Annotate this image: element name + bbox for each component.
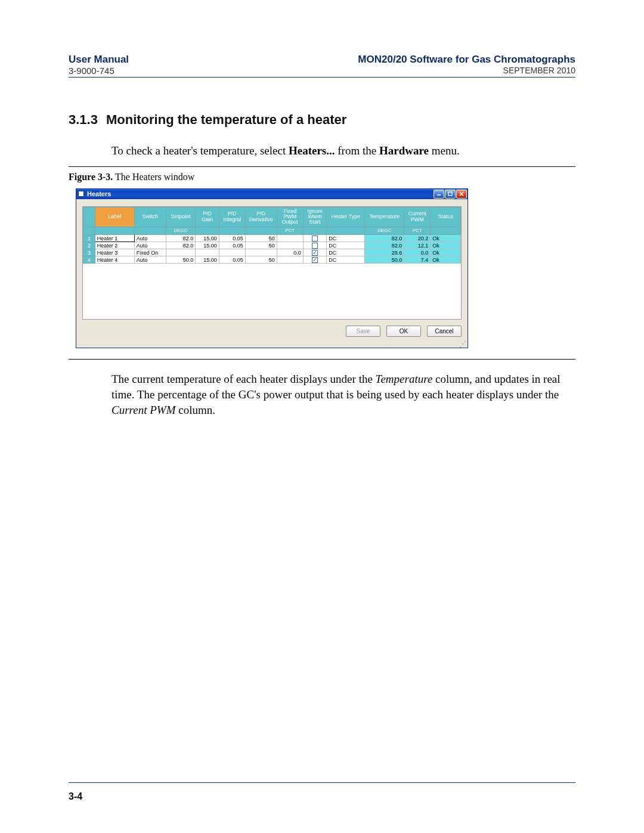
col-status[interactable]: Status xyxy=(431,207,461,227)
cell-ignore-warm[interactable] xyxy=(303,249,327,256)
cell-heater-type[interactable]: DC xyxy=(327,249,365,256)
heaters-grid[interactable]: Label Switch Setpoint PID Gain PID Integ… xyxy=(82,206,462,320)
figure-label: Figure 3-3. The Heaters window xyxy=(69,172,575,182)
cell-switch[interactable]: Auto xyxy=(134,242,166,249)
header-doc-number: 3-9000-745 xyxy=(69,66,129,76)
col-label[interactable]: Label xyxy=(95,207,134,227)
section-number: 3.1.3 xyxy=(69,112,98,127)
grid-units-row: DEGC PCT DEGC PCT xyxy=(83,227,461,234)
col-fixed-pwm[interactable]: Fixed PWM Output xyxy=(277,207,303,227)
checkbox-icon[interactable] xyxy=(312,243,318,249)
col-setpoint[interactable]: Setpoint xyxy=(166,207,196,227)
cancel-button[interactable]: Cancel xyxy=(427,326,462,337)
header-date: SEPTEMBER 2010 xyxy=(358,66,575,75)
section-title: Monitoring the temperature of a heater xyxy=(106,112,346,127)
ok-button[interactable]: OK xyxy=(386,326,421,337)
cell-heater-type[interactable]: DC xyxy=(327,242,365,249)
table-row[interactable]: 3Heater 3Fixed On0.0DC28.60.0Ok xyxy=(83,249,461,256)
col-temperature[interactable]: Temperature xyxy=(365,207,404,227)
cell-label[interactable]: Heater 4 xyxy=(95,256,134,264)
col-pid-derivative[interactable]: PID Derivative xyxy=(245,207,277,227)
col-heater-type[interactable]: Heater Type xyxy=(327,207,365,227)
col-ignore-warm[interactable]: Ignore Warm Start xyxy=(303,207,327,227)
cell-temperature[interactable]: 50.0 xyxy=(365,256,404,264)
table-row[interactable]: 1Heater 1Auto82.015.000.0550DC82.020.2Ok xyxy=(83,235,461,242)
cell-label[interactable]: Heater 2 xyxy=(95,242,134,249)
cell-gain[interactable] xyxy=(196,249,219,256)
minimize-button[interactable] xyxy=(434,190,444,199)
cell-ignore-warm[interactable] xyxy=(303,235,327,242)
col-switch[interactable]: Switch xyxy=(134,207,166,227)
col-pid-integral[interactable]: PID Integral xyxy=(219,207,245,227)
cell-label[interactable]: Heater 1 xyxy=(95,235,134,242)
divider-top xyxy=(69,166,575,167)
cell-gain[interactable]: 15.00 xyxy=(196,235,219,242)
cell-status[interactable]: Ok xyxy=(431,242,461,249)
cell-gain[interactable]: 15.00 xyxy=(196,242,219,249)
cell-integral[interactable]: 0.05 xyxy=(219,235,245,242)
cell-status[interactable]: Ok xyxy=(431,235,461,242)
cell-temperature[interactable]: 82.0 xyxy=(365,242,404,249)
row-number[interactable]: 1 xyxy=(83,235,95,242)
cell-current-pwm[interactable]: 0.0 xyxy=(404,249,431,256)
cell-setpoint[interactable]: 82.0 xyxy=(166,235,196,242)
cell-integral[interactable]: 0.05 xyxy=(219,256,245,264)
resize-grip[interactable]: ⋰ xyxy=(76,342,467,348)
cell-fixed-pwm[interactable] xyxy=(277,235,303,242)
cell-fixed-pwm[interactable] xyxy=(277,242,303,249)
cell-derivative[interactable]: 50 xyxy=(245,256,277,264)
close-button[interactable] xyxy=(456,190,467,199)
cell-label[interactable]: Heater 3 xyxy=(95,249,134,256)
cell-status[interactable]: Ok xyxy=(431,249,461,256)
intro-paragraph: To check a heater's temperature, select … xyxy=(112,143,575,159)
cell-current-pwm[interactable]: 20.2 xyxy=(404,235,431,242)
cell-setpoint[interactable]: 50.0 xyxy=(166,256,196,264)
save-button[interactable]: Save xyxy=(346,326,380,337)
col-current-pwm[interactable]: Current PWM xyxy=(404,207,431,227)
checkbox-icon[interactable] xyxy=(312,236,318,241)
body-paragraph: The current temperature of each heater d… xyxy=(112,371,575,419)
svg-rect-1 xyxy=(448,192,452,196)
cell-heater-type[interactable]: DC xyxy=(327,256,365,264)
cell-derivative[interactable] xyxy=(245,249,277,256)
cell-current-pwm[interactable]: 7.4 xyxy=(404,256,431,264)
table-row[interactable]: 2Heater 2Auto82.015.000.0550DC82.012.1Ok xyxy=(83,242,461,249)
cell-gain[interactable]: 15.00 xyxy=(196,256,219,264)
cell-setpoint[interactable] xyxy=(166,249,196,256)
cell-ignore-warm[interactable] xyxy=(303,256,327,264)
header-left-title: User Manual xyxy=(69,54,129,66)
cell-switch[interactable]: Auto xyxy=(134,235,166,242)
cell-fixed-pwm[interactable]: 0.0 xyxy=(277,249,303,256)
divider-bottom xyxy=(69,359,575,360)
cell-ignore-warm[interactable] xyxy=(303,242,327,249)
row-number[interactable]: 2 xyxy=(83,242,95,249)
row-number[interactable]: 4 xyxy=(83,256,95,264)
checkbox-icon[interactable] xyxy=(312,250,318,256)
cell-status[interactable]: Ok xyxy=(431,256,461,264)
cell-switch[interactable]: Auto xyxy=(134,256,166,264)
cell-fixed-pwm[interactable] xyxy=(277,256,303,264)
col-corner[interactable] xyxy=(83,207,95,227)
cell-temperature[interactable]: 28.6 xyxy=(365,249,404,256)
checkbox-icon[interactable] xyxy=(312,257,318,263)
cell-integral[interactable]: 0.05 xyxy=(219,242,245,249)
footer-rule xyxy=(69,782,575,783)
window-title: Heaters xyxy=(87,190,111,197)
header-right-title: MON20/20 Software for Gas Chromatographs xyxy=(358,54,575,66)
table-row[interactable]: 4Heater 4Auto50.015.000.0550DC50.07.4Ok xyxy=(83,256,461,264)
cell-switch[interactable]: Fixed On xyxy=(134,249,166,256)
maximize-button[interactable] xyxy=(445,190,456,199)
cell-derivative[interactable]: 50 xyxy=(245,235,277,242)
col-pid-gain[interactable]: PID Gain xyxy=(196,207,219,227)
page-header: User Manual 3-9000-745 MON20/20 Software… xyxy=(69,54,575,78)
row-number[interactable]: 3 xyxy=(83,249,95,256)
cell-temperature[interactable]: 82.0 xyxy=(365,235,404,242)
cell-setpoint[interactable]: 82.0 xyxy=(166,242,196,249)
grid-header-row: Label Switch Setpoint PID Gain PID Integ… xyxy=(83,207,461,227)
cell-heater-type[interactable]: DC xyxy=(327,235,365,242)
cell-current-pwm[interactable]: 12.1 xyxy=(404,242,431,249)
cell-derivative[interactable]: 50 xyxy=(245,242,277,249)
window-icon xyxy=(78,191,84,197)
cell-integral[interactable] xyxy=(219,249,245,256)
titlebar[interactable]: Heaters xyxy=(76,189,467,199)
